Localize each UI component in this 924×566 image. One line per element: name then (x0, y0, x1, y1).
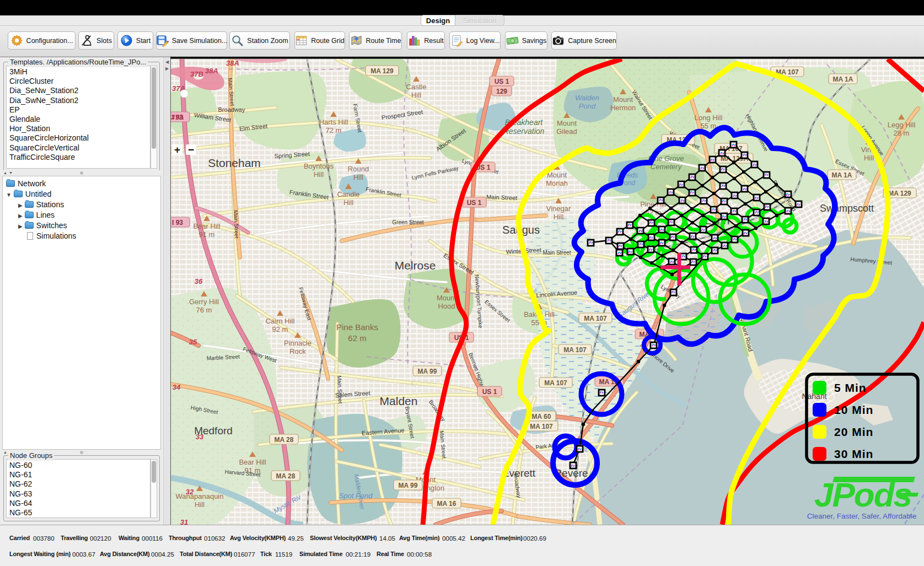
svg-text:−: − (188, 144, 194, 155)
svg-text:Main Street: Main Street (233, 210, 240, 239)
svg-text:Mount: Mount (557, 119, 577, 127)
svg-text:MA 107: MA 107 (530, 423, 553, 430)
svg-text:55 m: 55 m (701, 122, 717, 130)
svg-text:62 m: 62 m (348, 333, 366, 343)
svg-text:Gerry Hill: Gerry Hill (189, 298, 219, 306)
svg-text:MA 107: MA 107 (584, 315, 607, 322)
svg-text:91 m: 91 m (199, 230, 215, 239)
svg-text:US 1: US 1 (467, 199, 482, 207)
svg-text:US 1: US 1 (495, 78, 509, 85)
svg-text:+: + (174, 144, 180, 155)
svg-text:Moriah: Moriah (546, 179, 568, 187)
svg-text:Harts Hill: Harts Hill (319, 118, 348, 126)
svg-text:Long Hill: Long Hill (695, 114, 723, 122)
svg-text:Main Street: Main Street (336, 375, 343, 404)
svg-text:Cleaner, Faster, Safer, Afford: Cleaner, Faster, Safer, Affordable (807, 512, 917, 520)
svg-text:MA 16: MA 16 (437, 500, 456, 508)
svg-text:Hill: Hill (554, 213, 563, 221)
svg-text:10 Min: 10 Min (834, 403, 873, 416)
svg-text:Mount: Mount (547, 171, 567, 179)
svg-text:Hill: Hill (864, 154, 874, 162)
svg-text:35: 35 (189, 338, 197, 346)
svg-text:72 m: 72 m (326, 126, 342, 134)
svg-text:32: 32 (186, 488, 194, 496)
svg-text:MA 107: MA 107 (544, 379, 567, 387)
svg-text:Stoneham: Stoneham (208, 157, 261, 169)
svg-text:Hill: Hill (343, 198, 353, 207)
svg-text:Bear Hill: Bear Hill (193, 222, 220, 230)
svg-text:Hill: Hill (195, 500, 205, 509)
svg-text:MA 99: MA 99 (418, 368, 437, 375)
svg-text:Cemetery: Cemetery (651, 163, 683, 171)
svg-text:Bear Hill: Bear Hill (239, 458, 266, 466)
svg-text:MA 1A: MA 1A (833, 76, 853, 83)
svg-text:MA 99: MA 99 (399, 482, 418, 489)
svg-text:Pine Banks: Pine Banks (336, 322, 378, 332)
svg-text:MA 1A: MA 1A (832, 171, 852, 179)
svg-text:20 Min: 20 Min (834, 425, 873, 438)
svg-text:Gilead: Gilead (556, 127, 577, 136)
svg-text:Walden: Walden (575, 94, 599, 102)
svg-text:Cairn Hill: Cairn Hill (266, 317, 295, 325)
svg-text:76 m: 76 m (196, 306, 212, 314)
svg-text:Wanapanaquin: Wanapanaquin (176, 492, 224, 500)
svg-text:Boyntons: Boyntons (304, 162, 334, 170)
svg-text:38A: 38A (205, 67, 218, 75)
svg-text:33: 33 (196, 433, 204, 441)
svg-text:Pond: Pond (579, 102, 596, 110)
svg-text:Castle: Castle (406, 83, 427, 91)
svg-text:Main Street: Main Street (542, 250, 571, 256)
svg-text:28 m: 28 m (894, 129, 910, 137)
svg-text:Hill: Hill (411, 91, 421, 99)
svg-text:92 m: 92 m (272, 325, 288, 333)
svg-text:MA 107: MA 107 (563, 346, 587, 354)
svg-text:Hill: Hill (353, 173, 363, 181)
svg-text:Spot Pond: Spot Pond (339, 492, 373, 500)
svg-text:38A: 38A (226, 59, 239, 67)
svg-text:MA 129: MA 129 (370, 67, 394, 75)
svg-text:MA 28: MA 28 (275, 436, 294, 444)
svg-text:36: 36 (195, 277, 203, 285)
svg-text:Candle: Candle (337, 190, 359, 198)
svg-text:I 93: I 93 (172, 219, 183, 227)
svg-text:Melrose: Melrose (395, 259, 436, 272)
svg-text:Pinnacle: Pinnacle (284, 339, 311, 347)
svg-text:Green Street: Green Street (392, 219, 423, 225)
svg-text:Legg Hill: Legg Hill (888, 121, 916, 129)
svg-text:129: 129 (496, 88, 507, 95)
svg-text:Hood: Hood (438, 302, 455, 310)
svg-text:Vinegar: Vinegar (546, 204, 571, 213)
svg-text:30 Min: 30 Min (834, 448, 873, 460)
svg-text:US 1: US 1 (482, 388, 497, 396)
svg-text:37A: 37A (171, 113, 184, 121)
svg-text:Main Street: Main Street (486, 193, 518, 201)
svg-text:MA 129: MA 129 (888, 190, 911, 197)
svg-text:34: 34 (173, 383, 181, 391)
svg-text:31: 31 (180, 518, 188, 525)
svg-text:Mount: Mount (437, 294, 457, 302)
svg-text:MA 60: MA 60 (532, 413, 551, 421)
svg-text:Round: Round (348, 165, 369, 173)
svg-text:Swampscott: Swampscott (820, 203, 874, 214)
svg-text:MA 28: MA 28 (276, 472, 296, 480)
svg-text:Rock: Rock (289, 347, 306, 355)
svg-text:Malden: Malden (380, 395, 418, 407)
svg-text:Broadway: Broadway (218, 106, 245, 113)
svg-text:Mount: Mount (613, 95, 633, 104)
svg-text:Hermon: Hermon (610, 104, 636, 112)
svg-text:37B: 37B (190, 70, 203, 78)
svg-text:Hill: Hill (314, 170, 324, 179)
svg-text:5 Min: 5 Min (834, 381, 867, 394)
